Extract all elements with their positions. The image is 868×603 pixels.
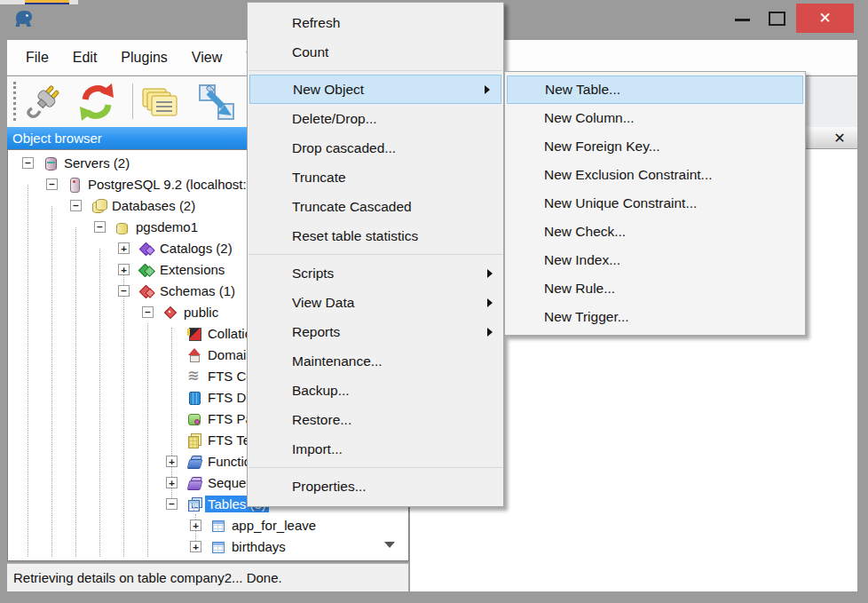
collapse-icon[interactable]: − — [46, 179, 58, 190]
menu-item-drop-cascaded[interactable]: Drop cascaded... — [248, 133, 503, 163]
servers-icon — [43, 156, 59, 171]
fts-template-icon — [187, 433, 202, 448]
toolbar-grip[interactable] — [13, 82, 19, 121]
menu-item-reports[interactable]: Reports — [248, 317, 503, 346]
collations-icon — [187, 327, 202, 341]
pgadmin-logo-icon — [12, 7, 36, 30]
domains-icon — [187, 348, 202, 362]
menu-item-scripts[interactable]: Scripts — [248, 258, 503, 288]
tree-label: Catalogs (2) — [157, 240, 235, 257]
menu-item-new-unique-constraint[interactable]: New Unique Constraint... — [505, 189, 805, 218]
menu-item-view-data[interactable]: View Data — [248, 288, 503, 317]
submenu-arrow-icon — [487, 298, 493, 307]
catalogs-icon — [139, 242, 154, 256]
fts-config-icon — [187, 369, 202, 384]
tree-row-birthdays[interactable]: +birthdays — [8, 536, 408, 558]
statusbar-divider — [408, 564, 409, 592]
tree-label: Schemas (1) — [157, 282, 238, 299]
tree-label: Servers (2) — [61, 155, 132, 171]
fts-parser-icon — [187, 412, 202, 426]
properties-icon — [140, 82, 181, 123]
menu-separator — [249, 467, 502, 468]
collapse-icon[interactable]: − — [166, 498, 178, 510]
collapse-icon[interactable]: − — [94, 221, 106, 233]
close-button[interactable]: ✕ — [796, 4, 854, 33]
menu-item-new-trigger[interactable]: New Trigger... — [505, 303, 805, 331]
tree-label: app_for_leave — [229, 517, 319, 534]
menu-item-truncate[interactable]: Truncate — [248, 163, 503, 192]
menu-item-delete-drop[interactable]: Delete/Drop... — [248, 104, 503, 133]
close-icon: ✕ — [818, 9, 831, 28]
menu-item-new-index[interactable]: New Index... — [505, 246, 805, 274]
databases-icon — [91, 199, 107, 213]
submenu-arrow-icon — [487, 269, 493, 278]
connect-server-button[interactable] — [25, 82, 66, 123]
menu-item-refresh[interactable]: Refresh — [248, 8, 503, 37]
menu-item-new-check[interactable]: New Check... — [505, 218, 805, 246]
menu-item-reset-table-statistics[interactable]: Reset table statistics — [248, 221, 503, 250]
collapse-icon[interactable]: − — [22, 157, 34, 169]
submenu-arrow-icon — [485, 85, 490, 94]
tree-label: pgsdemo1 — [133, 218, 201, 235]
table-icon — [211, 519, 226, 533]
fts-dict-icon — [187, 391, 202, 405]
tables-icon — [187, 497, 202, 512]
sequences-icon — [187, 476, 202, 490]
expand-icon[interactable]: + — [118, 242, 130, 254]
minimize-button[interactable] — [726, 0, 758, 33]
maximize-icon — [769, 12, 785, 26]
menubar-item-edit[interactable]: Edit — [63, 46, 107, 69]
menu-item-truncate-cascaded[interactable]: Truncate Cascaded — [248, 192, 503, 221]
collapse-icon[interactable]: − — [142, 306, 154, 318]
expand-icon[interactable]: + — [118, 264, 130, 275]
menu-item-new-foreign-key[interactable]: New Foreign Key... — [505, 132, 805, 161]
sql-query-button[interactable] — [196, 82, 237, 123]
maximize-button[interactable] — [760, 0, 793, 33]
expand-icon[interactable]: + — [190, 520, 201, 531]
menu-item-count[interactable]: Count — [248, 37, 503, 67]
panel-close-icon: ✕ — [833, 130, 845, 147]
menu-item-backup[interactable]: Backup... — [248, 376, 503, 405]
collapse-icon[interactable]: − — [118, 285, 130, 297]
menu-item-new-column[interactable]: New Column... — [505, 104, 805, 132]
extensions-icon — [139, 263, 154, 277]
refresh-button[interactable] — [76, 82, 117, 123]
table-icon — [211, 540, 226, 554]
menubar-item-plugins[interactable]: Plugins — [111, 46, 177, 69]
functions-icon — [187, 455, 202, 469]
tree-row-app-for-leave[interactable]: +app_for_leave — [8, 515, 408, 536]
menu-item-new-rule[interactable]: New Rule... — [505, 274, 805, 303]
status-text: Retrieving details on table company2... … — [13, 570, 282, 585]
menu-separator — [249, 254, 502, 255]
statusbar: Retrieving details on table company2... … — [7, 563, 409, 591]
submenu-arrow-icon — [487, 328, 493, 337]
expand-icon[interactable]: + — [166, 456, 178, 467]
menu-item-maintenance[interactable]: Maintenance... — [248, 346, 503, 376]
screen-edge-artifact — [0, 0, 78, 4]
tree-label: Extensions — [157, 261, 227, 278]
schema-public-icon — [163, 305, 178, 320]
schemas-icon — [139, 284, 154, 298]
expand-icon[interactable]: + — [190, 541, 201, 552]
menu-item-properties[interactable]: Properties... — [248, 472, 503, 501]
menu-item-new-exclusion-constraint[interactable]: New Exclusion Constraint... — [505, 161, 805, 189]
refresh-icon — [76, 82, 117, 123]
tree-label: Databases (2) — [109, 197, 198, 214]
menu-item-import[interactable]: Import... — [248, 434, 503, 464]
menu-item-new-table[interactable]: New Table... — [507, 75, 803, 104]
menu-item-restore[interactable]: Restore... — [248, 405, 503, 434]
collapse-icon[interactable]: − — [70, 200, 82, 211]
tree-label: birthdays — [229, 538, 288, 555]
new-object-submenu: New Table...New Column...New Foreign Key… — [504, 71, 806, 336]
menubar-item-file[interactable]: File — [16, 46, 59, 69]
connect-server-icon — [25, 82, 66, 123]
menubar-item-view[interactable]: View — [182, 46, 232, 69]
sql-query-icon — [196, 82, 237, 123]
menu-separator — [249, 70, 502, 71]
menu-item-new-object[interactable]: New Object — [249, 75, 501, 104]
context-menu: RefreshCountNew ObjectDelete/Drop...Drop… — [247, 2, 504, 507]
properties-button[interactable] — [140, 82, 181, 123]
object-browser-title: Object browser — [12, 131, 102, 146]
panel-close-button[interactable]: ✕ — [830, 128, 849, 147]
expand-icon[interactable]: + — [166, 477, 178, 488]
